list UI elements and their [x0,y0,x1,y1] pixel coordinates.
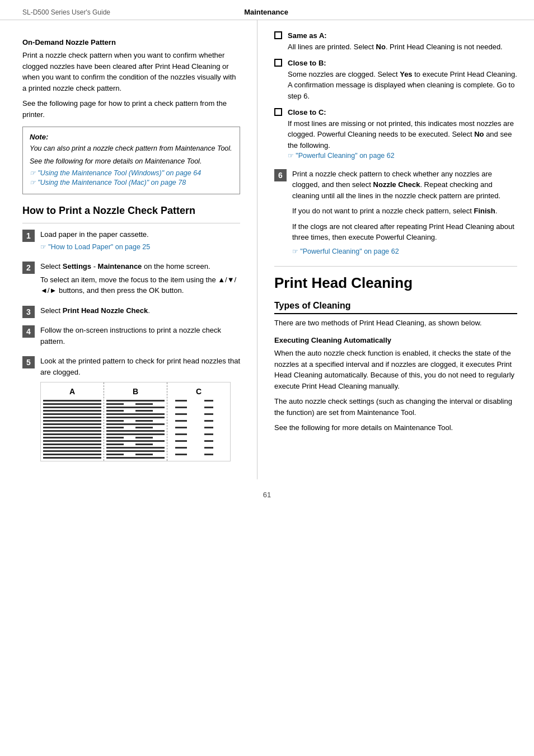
nozzle-label-c: C [170,386,228,398]
note-line2: See the following for more details on Ma… [30,156,233,167]
page: SL-D500 Series User's Guide Maintenance … [0,0,534,756]
step-2-para2: To select an item, move the focus to the… [40,274,240,296]
step-6-para3: If the clogs are not cleared after repea… [292,221,517,243]
nozzle-line [43,407,101,408]
nozzle-line [106,444,165,445]
nozzle-line [106,454,165,455]
note-link2[interactable]: "Using the Maintenance Tool (Mac)" on pa… [30,179,233,186]
auto-cleaning-title: Executing Cleaning Automatically [274,336,517,344]
nozzle-line [170,417,228,418]
step-2: 2 Select Settings - Maintenance on the h… [22,261,240,298]
footer: 61 [0,485,534,505]
nozzle-line [43,457,101,459]
nozzle-line [106,420,165,422]
step-5: 5 Look at the printed pattern to check f… [22,356,240,461]
powerful-cleaning-link-1[interactable]: "Powerful Cleaning" on page 62 [288,151,517,161]
step-3-text: Select Print Head Nozzle Check. [40,305,240,316]
nozzle-line [43,410,101,412]
step-1-content: Load paper in the paper cassette. "How t… [40,229,240,254]
nozzle-col-a: A [41,382,104,461]
nozzle-label-a: A [43,386,101,398]
header-center: Maintenance [110,8,422,16]
main-content: On-Demand Nozzle Pattern Print a nozzle … [0,20,534,479]
checkbox-close-to-b: Close to B: Some nozzles are clogged. Se… [274,58,517,101]
nozzle-line [106,433,165,435]
step-3: 3 Select Print Head Nozzle Check. [22,305,240,319]
step-4: 4 Follow the on-screen instructions to p… [22,325,240,349]
nozzle-line [170,447,228,449]
checkbox-close-to-c-content: Close to C: If most lines are missing or… [288,107,517,163]
checkbox-icon [274,31,282,39]
nozzle-line [106,427,165,428]
note-line1: You can also print a nozzle check patter… [30,143,233,154]
nozzle-lines-b [106,400,165,459]
checkbox-same-as-a: Same as A: All lines are printed. Select… [274,30,517,52]
step-3-num: 3 [22,306,35,318]
how-to-section-title: How to Print a Nozzle Check Pattern [22,204,240,217]
checkbox-close-to-c: Close to C: If most lines are missing or… [274,107,517,163]
nozzle-lines-c [170,400,228,459]
nozzle-line [43,413,101,415]
close-to-c-label: Close to C: [288,108,326,116]
auto-para3: See the following for more details on Ma… [274,422,517,433]
powerful-cleaning-link-2[interactable]: "Powerful Cleaning" on page 62 [292,248,517,255]
nozzle-line [170,427,228,428]
step-5-text: Look at the printed pattern to check for… [40,356,240,377]
step-6-num: 6 [274,169,287,181]
step-1: 1 Load paper in the paper cassette. "How… [22,229,240,254]
types-desc: There are two methods of Print Head Clea… [274,318,517,329]
nozzle-line [170,410,228,412]
checkbox-icon [274,108,282,116]
step-6-text: Print a nozzle check pattern to check wh… [292,169,517,202]
nozzle-line [170,433,228,435]
nozzle-line [170,454,228,455]
note-link1[interactable]: "Using the Maintenance Tool (Windows)" o… [30,169,233,177]
nozzle-diagram: A [40,382,231,461]
nozzle-line [106,407,165,408]
on-demand-para2: See the following page for how to print … [22,98,240,120]
nozzle-line [106,403,165,405]
step-2-text: Select Settings - Maintenance on the hom… [40,261,240,272]
nozzle-line [106,450,165,452]
nozzle-line [170,457,228,459]
nozzle-line [170,444,228,445]
nozzle-line [170,423,228,425]
step-4-content: Follow the on-screen instructions to pri… [40,325,240,349]
step-4-text: Follow the on-screen instructions to pri… [40,325,240,347]
step-1-text: Load paper in the paper cassette. [40,229,240,240]
page-number: 61 [263,491,271,499]
nozzle-line [106,423,165,425]
nozzle-line [43,420,101,422]
checkbox-same-as-a-content: Same as A: All lines are printed. Select… [288,30,517,52]
types-of-cleaning-title: Types of Cleaning [274,301,517,314]
nozzle-line [43,454,101,455]
nozzle-line [43,440,101,442]
nozzle-line [43,437,101,438]
nozzle-col-c: C [167,382,230,461]
nozzle-line [43,444,101,445]
same-as-a-label: Same as A: [288,31,327,40]
nozzle-line [106,417,165,418]
nozzle-line [106,413,165,415]
step-5-content: Look at the printed pattern to check for… [40,356,240,461]
nozzle-line [170,440,228,442]
note-box: Note: You can also print a nozzle check … [22,127,240,194]
on-demand-title: On-Demand Nozzle Pattern [22,38,240,46]
nozzle-line [43,427,101,428]
auto-para2: The auto nozzle check settings (such as … [274,396,517,418]
step-3-content: Select Print Head Nozzle Check. [40,305,240,319]
nozzle-line [43,423,101,425]
nozzle-line [170,403,228,405]
print-head-cleaning-title: Print Head Cleaning [274,274,517,292]
nozzle-line [170,430,228,432]
nozzle-line [43,430,101,432]
step-4-num: 4 [22,325,35,338]
nozzle-line [106,437,165,438]
step-6-para2: If you do not want to print a nozzle che… [292,206,517,217]
step-5-num: 5 [22,356,35,368]
auto-para1: When the auto nozzle check function is e… [274,348,517,391]
step-1-link[interactable]: "How to Load Paper" on page 25 [40,242,240,253]
nozzle-lines-a [43,400,101,459]
nozzle-line [106,410,165,412]
step-1-num: 1 [22,230,35,242]
